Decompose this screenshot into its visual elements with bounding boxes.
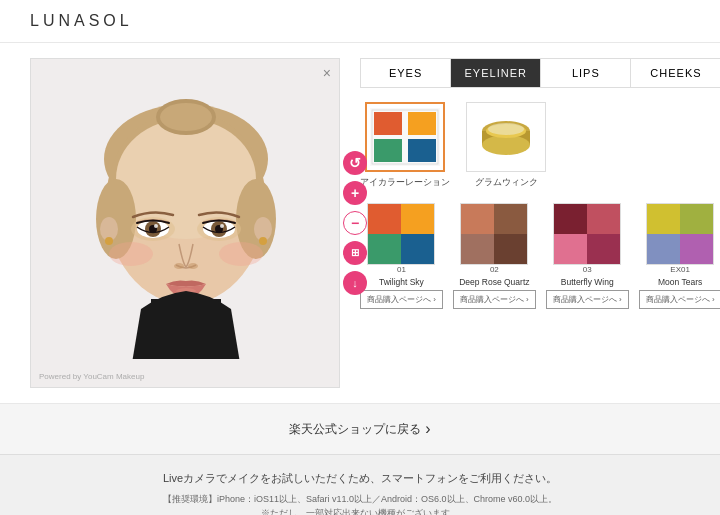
footer: Liveカメラでメイクをお試しいただくため、スマートフォンをご利用ください。 【… [0,454,720,515]
svg-point-20 [154,224,158,228]
swatch-cell [647,204,680,234]
face-display [31,59,339,359]
footer-note2: ※ただし、一部対応出来ない機種がございます。 [30,506,690,515]
swatch-cell [401,234,434,264]
product-label-pot: グラムウィンク [475,176,538,189]
swatch-name-02: Deep Rose Quartz [459,277,529,287]
swatch-cell [680,234,713,264]
swatch-cell [461,234,494,264]
swatch-number-03: 03 [583,265,592,274]
product-list: アイカラーレーション グラムウィンク [360,102,720,189]
svg-rect-31 [408,112,436,135]
swatch-grid-02 [460,203,528,265]
swatch-grid-03 [553,203,621,265]
swatch-item-02[interactable]: 02 Deep Rose Quartz 商品購入ページへ › [453,203,536,309]
swatch-name-ex01: Moon Tears [658,277,702,287]
buy-button-01[interactable]: 商品購入ページへ › [360,290,443,309]
buy-button-02[interactable]: 商品購入ページへ › [453,290,536,309]
swatch-cell [494,234,527,264]
swatch-number-ex01: EX01 [670,265,690,274]
swatch-grid-ex01 [646,203,714,265]
swatch-number-01: 01 [397,265,406,274]
svg-point-21 [220,224,224,228]
svg-rect-32 [374,139,402,162]
swatch-item-03[interactable]: 03 Butterfly Wing 商品購入ページへ › [546,203,629,309]
face-controls: ↺ + − ⊞ ↓ [343,151,367,295]
swatch-cell [587,234,620,264]
svg-point-11 [259,237,267,245]
footer-main-text: Liveカメラでメイクをお試しいただくため、スマートフォンをご利用ください。 [30,471,690,486]
swatch-cell [368,204,401,234]
product-thumb-palette [365,102,445,172]
back-section: 楽天公式ショップに戻る [0,403,720,454]
swatch-cell [461,204,494,234]
tab-eyes[interactable]: EYES [361,59,451,87]
buy-button-ex01[interactable]: 商品購入ページへ › [639,290,720,309]
svg-point-24 [174,263,184,269]
tab-lips[interactable]: LIPS [541,59,631,87]
swatch-name-01: Twilight Sky [379,277,424,287]
swatch-cell [587,204,620,234]
swatches-list: 01 Twilight Sky 商品購入ページへ › 02 Deep Rose … [360,203,720,309]
svg-rect-30 [374,112,402,135]
close-button[interactable]: × [323,65,331,81]
zoom-in-button[interactable]: + [343,181,367,205]
download-button[interactable]: ↓ [343,271,367,295]
tab-cheeks[interactable]: CHEEKS [631,59,720,87]
svg-point-25 [188,263,198,269]
logo: LUNASOL [30,12,690,30]
right-panel: EYES EYELINER LIPS CHEEKS [340,43,720,403]
footer-note1: 【推奨環境】iPhone：iOS11以上、Safari v11.0以上／Andr… [30,492,690,506]
svg-point-39 [488,123,524,135]
swatch-cell [680,204,713,234]
header: LUNASOL [0,0,720,43]
swatch-item-ex01[interactable]: EX01 Moon Tears 商品購入ページへ › [639,203,720,309]
buy-button-03[interactable]: 商品購入ページへ › [546,290,629,309]
product-label-palette: アイカラーレーション [360,176,450,189]
svg-point-10 [105,237,113,245]
compare-button[interactable]: ⊞ [343,241,367,265]
category-tabs: EYES EYELINER LIPS CHEEKS [360,58,720,88]
swatch-number-02: 02 [490,265,499,274]
swatch-item-01[interactable]: 01 Twilight Sky 商品購入ページへ › [360,203,443,309]
svg-point-22 [109,242,153,266]
swatch-cell [647,234,680,264]
back-link[interactable]: 楽天公式ショップに戻る [289,420,430,438]
tab-eyeliner[interactable]: EYELINER [451,59,541,87]
product-item-palette[interactable]: アイカラーレーション [360,102,450,189]
swatch-cell [368,234,401,264]
zoom-out-button[interactable]: − [343,211,367,235]
reset-button[interactable]: ↺ [343,151,367,175]
product-thumb-pot [466,102,546,172]
face-area: × [30,58,340,388]
main-content: × [0,43,720,403]
swatch-cell [554,204,587,234]
swatch-cell [494,204,527,234]
swatch-cell [401,204,434,234]
svg-rect-33 [408,139,436,162]
powered-by-label: Powered by YouCam Makeup [39,372,144,381]
swatch-cell [554,234,587,264]
svg-point-28 [160,103,212,131]
swatch-name-03: Butterfly Wing [561,277,614,287]
svg-point-23 [219,242,263,266]
swatch-grid-01 [367,203,435,265]
product-item-pot[interactable]: グラムウィンク [466,102,546,189]
